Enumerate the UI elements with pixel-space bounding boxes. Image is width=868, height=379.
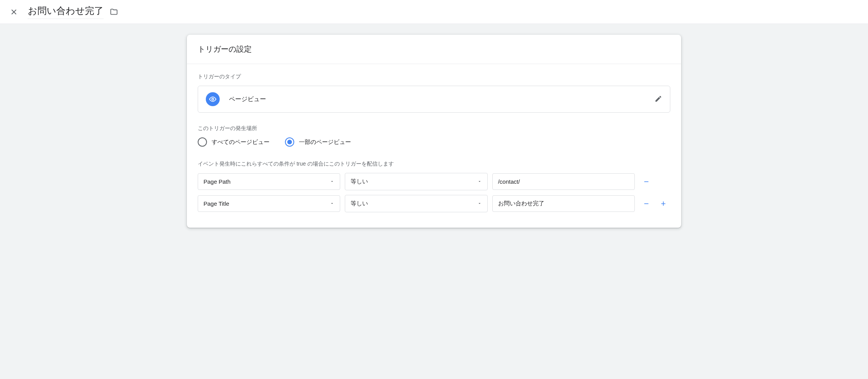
pageview-icon bbox=[206, 92, 220, 106]
chevron-down-icon bbox=[330, 200, 334, 207]
trigger-type-left: ページビュー bbox=[206, 92, 266, 106]
fire-on-label: このトリガーの発生場所 bbox=[198, 125, 670, 132]
condition-value-input[interactable] bbox=[492, 195, 635, 212]
chevron-down-icon bbox=[477, 200, 482, 207]
top-header: お問い合わせ完了 bbox=[0, 0, 868, 24]
condition-actions: − bbox=[639, 178, 670, 186]
condition-variable-value: Page Path bbox=[203, 178, 231, 185]
condition-operator-value: 等しい bbox=[351, 178, 368, 185]
chevron-down-icon bbox=[330, 178, 334, 185]
radio-some-label: 一部のページビュー bbox=[299, 139, 351, 146]
radio-some-pageviews[interactable]: 一部のページビュー bbox=[285, 137, 351, 147]
condition-value-input[interactable] bbox=[492, 173, 635, 190]
remove-condition-button[interactable]: − bbox=[643, 178, 650, 186]
page-title[interactable]: お問い合わせ完了 bbox=[28, 5, 103, 19]
card-title: トリガーの設定 bbox=[198, 44, 670, 54]
condition-operator-value: 等しい bbox=[351, 200, 368, 207]
trigger-config-card: トリガーの設定 トリガーのタイプ ページビュー このトリガーの発生場所 bbox=[187, 35, 681, 228]
page-background: トリガーの設定 トリガーのタイプ ページビュー このトリガーの発生場所 bbox=[0, 24, 868, 379]
radio-all-label: すべてのページビュー bbox=[212, 139, 270, 146]
remove-condition-button[interactable]: − bbox=[643, 200, 650, 208]
radio-all-pageviews[interactable]: すべてのページビュー bbox=[198, 137, 270, 147]
chevron-down-icon bbox=[477, 178, 482, 185]
condition-variable-select[interactable]: Page Title bbox=[198, 195, 340, 212]
close-icon bbox=[10, 8, 17, 15]
card-body: トリガーのタイプ ページビュー このトリガーの発生場所 すべてのページビュー bbox=[187, 64, 681, 228]
edit-trigger-type-button[interactable] bbox=[654, 95, 662, 104]
radio-circle-icon bbox=[198, 137, 207, 147]
condition-row-1: Page Title 等しい − + bbox=[198, 195, 670, 212]
add-condition-button[interactable]: + bbox=[659, 200, 667, 208]
radio-circle-selected-icon bbox=[285, 137, 294, 147]
svg-point-2 bbox=[212, 98, 214, 100]
pencil-icon bbox=[654, 95, 662, 103]
condition-variable-select[interactable]: Page Path bbox=[198, 173, 340, 190]
condition-operator-select[interactable]: 等しい bbox=[345, 195, 487, 212]
fire-on-radio-group: すべてのページビュー 一部のページビュー bbox=[198, 137, 670, 147]
condition-operator-select[interactable]: 等しい bbox=[345, 173, 487, 190]
condition-row-0: Page Path 等しい − bbox=[198, 173, 670, 190]
trigger-type-name: ページビュー bbox=[229, 95, 266, 103]
title-area: お問い合わせ完了 bbox=[28, 5, 118, 19]
folder-icon[interactable] bbox=[110, 8, 118, 16]
trigger-type-label: トリガーのタイプ bbox=[198, 73, 670, 80]
card-header: トリガーの設定 bbox=[187, 35, 681, 64]
condition-variable-value: Page Title bbox=[203, 200, 229, 207]
condition-help-text: イベント発生時にこれらすべての条件が true の場合にこのトリガーを配信します bbox=[198, 161, 670, 168]
close-button[interactable] bbox=[9, 7, 19, 17]
condition-actions: − + bbox=[639, 200, 670, 208]
trigger-type-selector[interactable]: ページビュー bbox=[198, 86, 670, 113]
eye-icon bbox=[209, 95, 217, 103]
radio-dot-icon bbox=[287, 140, 292, 144]
